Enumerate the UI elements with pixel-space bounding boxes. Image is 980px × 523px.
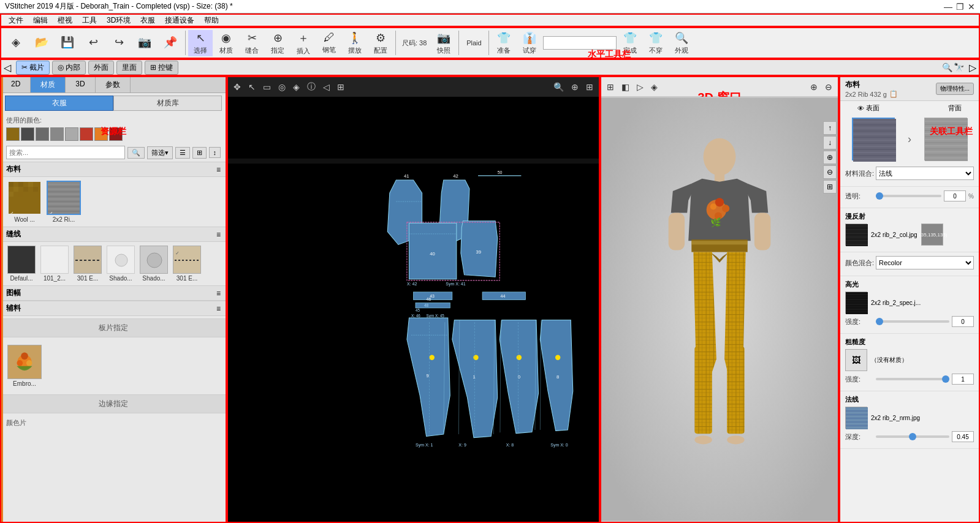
toolbar-insert-btn[interactable]: ＋ 插入	[291, 29, 316, 57]
3d-tool4[interactable]: ◈	[648, 80, 661, 94]
toolbar-photo-btn[interactable]: 📷	[132, 34, 157, 51]
specular-texture-thumb[interactable]	[845, 292, 867, 314]
diffuse-texture-thumb[interactable]	[845, 224, 867, 246]
subtab-clothes[interactable]: 衣服	[5, 96, 113, 111]
3d-side-btn2[interactable]: ↓	[823, 136, 837, 149]
3d-side-btn5[interactable]: ⊞	[823, 180, 837, 194]
panel-collapse-btn[interactable]: ◁	[4, 62, 11, 73]
stitch-item-301e1[interactable]: 301 E...	[72, 246, 103, 282]
menu-clothes[interactable]: 衣服	[135, 14, 160, 27]
stitch-menu-icon[interactable]: ≡	[216, 230, 221, 239]
fabric-item-2x2rib[interactable]: ✓ 2x2 Ri...	[45, 181, 82, 223]
2d-move-btn[interactable]: ✥	[230, 80, 244, 94]
normalmap-slider[interactable]	[876, 435, 949, 438]
toolbar-config-btn[interactable]: ⚙ 配置	[368, 30, 393, 56]
toolbar-place-btn[interactable]: 🚶 摆放	[343, 30, 367, 56]
color-swatch-2[interactable]	[21, 127, 34, 141]
menu-help[interactable]: 帮助	[199, 14, 224, 27]
arrow-right-icon[interactable]: ›	[908, 133, 911, 146]
list-view-btn[interactable]: ☰	[175, 147, 190, 159]
embro-item[interactable]: Embro...	[6, 342, 43, 389]
2d-fit-btn[interactable]: ⊞	[583, 80, 596, 94]
htb-inner2-btn[interactable]: 里面	[116, 61, 142, 75]
copy-icon[interactable]: 📋	[889, 90, 898, 98]
tab-params[interactable]: 参数	[96, 77, 131, 92]
3d-tool3[interactable]: ▷	[634, 80, 647, 94]
tab-2d[interactable]: 2D	[1, 77, 31, 92]
htb-outer-btn[interactable]: 外面	[88, 61, 114, 75]
toolbar-pin-btn[interactable]: 📌	[158, 34, 183, 51]
filter-button[interactable]: 筛选▾	[147, 146, 173, 159]
2d-circle-btn[interactable]: ◎	[275, 80, 289, 94]
toolbar-nowear-btn[interactable]: 👕 不穿	[644, 30, 668, 56]
stitch-item-101[interactable]: 101_2...	[39, 246, 70, 282]
toolbar-view-btn[interactable]: 🔍 外观	[669, 30, 694, 56]
search-button[interactable]: 🔍	[127, 147, 145, 159]
toolbar-prepare-btn[interactable]: 👕 准备	[492, 30, 516, 56]
roughness-slider[interactable]	[876, 378, 949, 380]
color-swatch-6[interactable]	[80, 127, 93, 141]
toolbar-sew-btn[interactable]: ✂ 缝合	[240, 30, 264, 56]
roughness-texture-thumb[interactable]: 🖼	[845, 349, 867, 371]
3d-zoom-in[interactable]: ⊕	[807, 80, 821, 94]
normalmap-texture-thumb[interactable]	[845, 407, 867, 429]
2d-grid-btn[interactable]: ⊞	[334, 80, 348, 94]
tab-3d[interactable]: 3D	[66, 77, 95, 92]
specular-value[interactable]	[952, 316, 974, 327]
search-input[interactable]	[6, 146, 125, 159]
subtab-matlib[interactable]: 材质库	[113, 96, 222, 111]
back-preview[interactable]	[924, 118, 967, 160]
roughness-value[interactable]	[952, 374, 974, 385]
zoom-icon[interactable]: 🔭	[954, 62, 964, 72]
close-btn[interactable]: ✕	[968, 2, 975, 12]
menu-3denv[interactable]: 3D环境	[102, 14, 135, 27]
transparency-slider[interactable]	[876, 195, 941, 197]
menu-edit[interactable]: 编辑	[28, 14, 53, 27]
window-controls[interactable]: — ❐ ✕	[944, 2, 975, 12]
menu-file[interactable]: 文件	[4, 14, 28, 27]
3d-tool2[interactable]: ◧	[618, 80, 632, 94]
2d-zoom-btn[interactable]: ⊕	[568, 80, 582, 94]
maximize-btn[interactable]: ❐	[956, 2, 964, 12]
sort-btn[interactable]: ↕	[209, 147, 221, 158]
panel-expand-btn[interactable]: ▷	[969, 62, 976, 73]
fabric-menu-icon[interactable]: ≡	[216, 165, 221, 174]
toolbar-tryon-btn[interactable]: 👔 试穿	[517, 30, 542, 56]
htb-handle-btn[interactable]: ⊞ 控键	[145, 61, 178, 75]
3d-side-btn4[interactable]: ⊖	[823, 165, 837, 179]
2d-cursor-btn[interactable]: ↖	[245, 80, 259, 94]
tab-material[interactable]: 材质	[31, 77, 66, 92]
2d-select-btn[interactable]: ◈	[290, 80, 303, 94]
toolbar-save-btn[interactable]: 💾	[55, 34, 80, 51]
toolbar-material-btn[interactable]: ◉ 材质	[214, 30, 238, 56]
toolbar-point-btn[interactable]: ⊕ 指定	[265, 30, 290, 56]
menu-devices[interactable]: 接通设备	[160, 14, 199, 27]
surface-preview[interactable]	[852, 118, 895, 160]
stitch-item-default[interactable]: Defaul...	[6, 246, 37, 282]
stitch-item-301e2[interactable]: ✓ 301 E...	[172, 246, 202, 282]
2d-search-btn[interactable]: 🔍	[550, 80, 567, 94]
color-swatch-4[interactable]	[50, 127, 64, 141]
toolbar-arrow-btn[interactable]: ◈	[4, 34, 28, 51]
toolbar-pen-btn[interactable]: 🖊 钢笔	[317, 30, 341, 56]
htb-crop-btn[interactable]: ✂ 截片	[16, 61, 50, 75]
stitch-item-shadow1[interactable]: Shado...	[105, 246, 136, 282]
toolbar-file-btn[interactable]: 📂	[29, 34, 54, 51]
specular-slider[interactable]	[876, 320, 949, 323]
3d-zoom-out[interactable]: ⊖	[822, 80, 835, 94]
3d-tool1[interactable]: ⊞	[604, 80, 617, 94]
transparency-value[interactable]	[944, 190, 966, 201]
3d-side-btn3[interactable]: ⊕	[823, 151, 837, 164]
color-mix-select[interactable]: Recolor	[876, 256, 974, 269]
physics-btn[interactable]: 物理特性...	[936, 83, 974, 95]
menu-tools[interactable]: 工具	[77, 14, 102, 27]
stitch-item-shadow2[interactable]: Shado...	[139, 246, 169, 282]
diffuse-color-box[interactable]: (135,135,135)	[921, 224, 943, 246]
normalmap-value[interactable]	[952, 431, 974, 442]
search-icon[interactable]: 🔍	[942, 62, 952, 72]
color-swatch-1[interactable]	[6, 127, 20, 141]
image-menu-icon[interactable]: ≡	[216, 289, 221, 298]
2d-back-btn[interactable]: ◁	[320, 80, 333, 94]
menu-view[interactable]: 橙视	[53, 14, 77, 27]
color-swatch-5[interactable]	[65, 127, 78, 141]
